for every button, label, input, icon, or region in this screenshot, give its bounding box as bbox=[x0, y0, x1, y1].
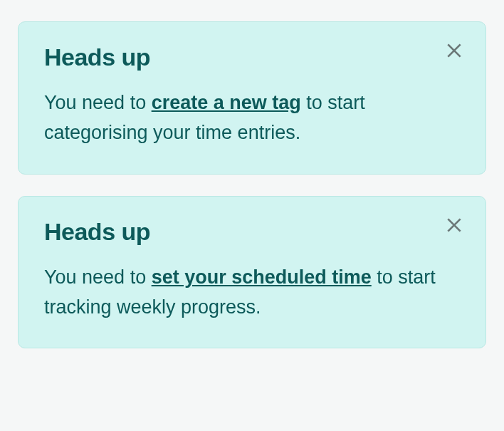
alert-card-schedule: Heads up You need to set your scheduled … bbox=[18, 196, 486, 349]
close-button[interactable] bbox=[443, 41, 466, 63]
alert-body: You need to set your scheduled time to s… bbox=[44, 263, 460, 323]
alert-text-before: You need to bbox=[44, 92, 152, 113]
alert-text-before: You need to bbox=[44, 266, 152, 288]
close-button[interactable] bbox=[443, 215, 466, 238]
close-icon bbox=[445, 41, 463, 63]
alert-link-create-tag[interactable]: create a new tag bbox=[152, 92, 301, 113]
alert-body: You need to create a new tag to start ca… bbox=[44, 88, 460, 148]
alert-title: Heads up bbox=[44, 218, 460, 246]
alert-title: Heads up bbox=[44, 43, 460, 71]
alert-link-set-schedule[interactable]: set your scheduled time bbox=[152, 266, 372, 288]
alert-card-tag: Heads up You need to create a new tag to… bbox=[18, 21, 486, 175]
close-icon bbox=[445, 216, 463, 237]
